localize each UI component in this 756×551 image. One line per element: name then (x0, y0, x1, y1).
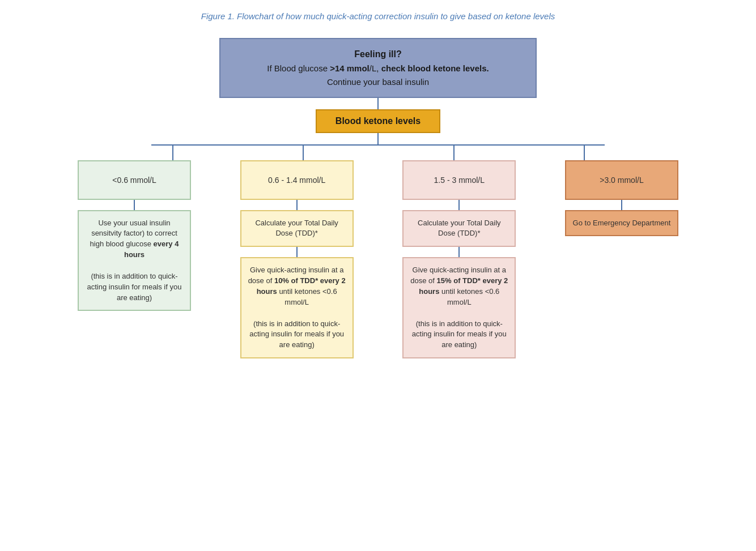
col3-v-connector-2 (458, 247, 460, 257)
col2-v-connector-2 (296, 247, 298, 257)
range-box-1: <0.6 mmol/L (78, 160, 191, 200)
ketone-v-connector (377, 133, 379, 144)
flowchart: Figure 1. Flowchart of how much quick-ac… (17, 11, 739, 358)
figure-title: Figure 1. Flowchart of how much quick-ac… (201, 11, 555, 21)
col2-v-connector-1 (296, 200, 298, 210)
columns-container: <0.6 mmol/L Use your usual insulin sensi… (66, 160, 690, 358)
col1-v-connector (134, 200, 135, 210)
sub-box-3b: Give quick-acting insulin at a dose of 1… (402, 257, 516, 358)
ketone-box: Blood ketone levels (316, 109, 440, 133)
top-box-line3: Continue your basal insulin (237, 75, 519, 89)
col3-v-connector-1 (458, 200, 460, 210)
range-box-4: >3.0 mmol/L (565, 160, 678, 200)
col-2: 0.6 - 1.4 mmol/L Calculate your Total Da… (229, 160, 365, 358)
col-3: 1.5 - 3 mmol/L Calculate your Total Dail… (391, 160, 527, 358)
range-box-3: 1.5 - 3 mmol/L (402, 160, 516, 200)
sub-box-3a: Calculate your Total Daily Dose (TDD)* (402, 210, 516, 247)
top-box: Feeling ill? If Blood glucose >14 mmol/L… (219, 38, 537, 98)
sub-box-4a: Go to Emergency Department (565, 210, 678, 237)
sub-box-2a: Calculate your Total Daily Dose (TDD)* (240, 210, 354, 247)
range-box-2: 0.6 - 1.4 mmol/L (240, 160, 354, 200)
top-box-line1: Feeling ill? (237, 47, 519, 62)
sub-box-2b: Give quick-acting insulin at a dose of 1… (240, 257, 354, 358)
col4-v-connector (621, 200, 622, 210)
connector-top-to-ketone (377, 98, 379, 109)
sub-box-1a: Use your usual insulin sensitvity factor… (78, 210, 191, 311)
col-4: >3.0 mmol/L Go to Emergency Department (554, 160, 690, 237)
top-box-line2: If Blood glucose >14 mmol/L, check blood… (237, 62, 519, 75)
horizontal-branch (95, 144, 661, 160)
col-1: <0.6 mmol/L Use your usual insulin sensi… (66, 160, 202, 311)
